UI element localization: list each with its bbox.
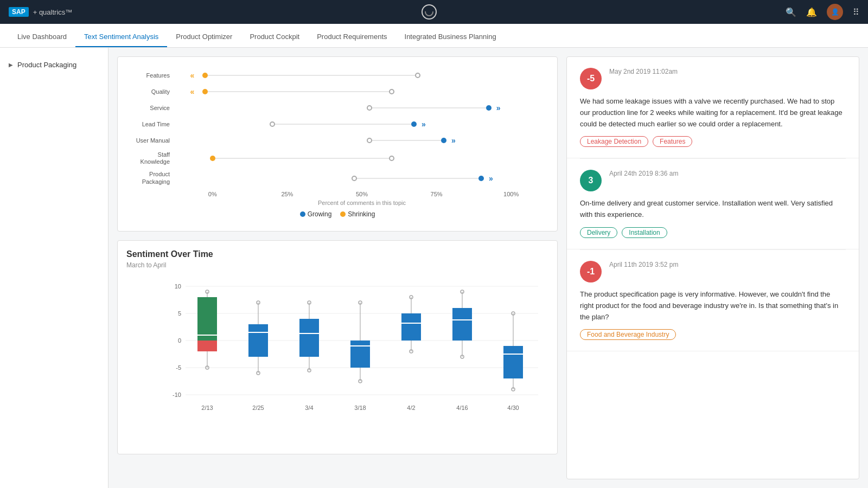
legend-dot-growing <box>300 211 305 217</box>
svg-text:5: 5 <box>178 310 181 317</box>
dot-plot-legend: Growing Shrinking <box>126 210 548 218</box>
review-header-1: -5 May 2nd 2019 11:02am <box>580 68 846 89</box>
svg-rect-12 <box>197 341 217 351</box>
tab-product-requirements[interactable]: Product Requirements <box>308 33 395 47</box>
dot-plot-xaxis: 0% 25% 50% 75% 100% <box>126 191 548 197</box>
sidebar-item-product-packaging[interactable]: ▶ Product Packaging <box>0 56 108 73</box>
review-text-1: We had some leakage issues with a valve … <box>580 96 846 130</box>
dot-plot-row-features: Features « <box>126 70 548 81</box>
dot-plot-row-quality: Quality « <box>126 86 548 97</box>
chevron-right-icon: ▶ <box>9 62 13 68</box>
svg-text:2/25: 2/25 <box>252 404 264 411</box>
xaxis-label-75: 75% <box>399 191 474 197</box>
xaxis-label-25: 25% <box>250 191 325 197</box>
topbar-center <box>422 4 437 20</box>
boxplot-wrapper: Sentiment Score 10 5 0 -5 <box>126 275 548 445</box>
dot-plot-label: Service <box>126 105 175 111</box>
review-tags-1: Leakage Detection Features <box>580 136 846 147</box>
score-badge-3: -1 <box>580 261 602 282</box>
topbar-right: 🔍 🔔 👤 ⠿ <box>786 4 859 20</box>
svg-rect-13 <box>197 297 217 341</box>
svg-rect-28 <box>350 341 370 368</box>
review-text-2: On-time delivery and great customer serv… <box>580 198 846 221</box>
sentiment-over-time-card: Sentiment Over Time March to April Senti… <box>117 240 558 454</box>
dot-plot-row-service: Service » <box>126 102 548 113</box>
notification-icon[interactable]: 🔔 <box>806 7 817 17</box>
xaxis-label-50: 50% <box>324 191 399 197</box>
topbar: SAP + qualtrics™ 🔍 🔔 👤 ⠿ <box>0 0 868 24</box>
svg-rect-18 <box>248 324 268 357</box>
review-header-2: 3 April 24th 2019 8:36 am <box>580 170 846 191</box>
tab-product-optimizer[interactable]: Product Optimizer <box>167 33 241 47</box>
topbar-left: SAP + qualtrics™ <box>9 7 72 17</box>
svg-rect-43 <box>503 346 523 378</box>
content-area: Features « Quality « <box>108 48 868 488</box>
review-text-3: The product specification page is very i… <box>580 289 846 323</box>
svg-text:4/16: 4/16 <box>456 404 468 411</box>
dot-plot-row-lead-time: Lead Time » <box>126 119 548 130</box>
review-tag-installation[interactable]: Installation <box>622 227 667 238</box>
reviews-panel: -5 May 2nd 2019 11:02am We had some leak… <box>566 56 859 479</box>
review-tag-features[interactable]: Features <box>653 136 692 147</box>
dot-plot-row-user-manual: User Manual » <box>126 135 548 146</box>
dot-plot-label: StaffKnowledge <box>126 151 175 165</box>
legend-label-shrinking: Shrinking <box>348 210 375 218</box>
dot-plot-track: » <box>175 135 548 146</box>
dot-plot-card: Features « Quality « <box>117 56 558 232</box>
legend-shrinking: Shrinking <box>340 210 375 218</box>
dot-plot-track: » <box>175 119 548 130</box>
review-date-2: April 24th 2019 8:36 am <box>609 170 678 177</box>
sidebar-item-label: Product Packaging <box>17 61 76 69</box>
xaxis-label-0: 0% <box>175 191 250 197</box>
svg-text:4/2: 4/2 <box>407 404 415 411</box>
xaxis-label-100: 100% <box>474 191 548 197</box>
review-tags-3: Food and Beverage Industry <box>580 329 846 340</box>
svg-text:0: 0 <box>178 337 181 344</box>
review-header-3: -1 April 11th 2019 3:52 pm <box>580 261 846 282</box>
legend-label-growing: Growing <box>308 210 332 218</box>
review-meta-2: April 24th 2019 8:36 am <box>609 170 678 181</box>
legend-dot-shrinking <box>340 211 346 217</box>
svg-text:-10: -10 <box>173 391 181 398</box>
dot-plot-label: ProductPackaging <box>126 171 175 185</box>
review-meta-3: April 11th 2019 3:52 pm <box>609 261 678 272</box>
main-layout: ▶ Product Packaging Features « <box>0 48 868 488</box>
dot-plot-row-staff-knowledge: StaffKnowledge <box>126 151 548 165</box>
dot-plot-track <box>175 153 548 164</box>
sot-title: Sentiment Over Time <box>126 249 548 259</box>
score-badge-2: 3 <box>580 170 602 191</box>
review-item-3: -1 April 11th 2019 3:52 pm The product s… <box>567 250 859 351</box>
review-item-1: -5 May 2nd 2019 11:02am We had some leak… <box>567 57 859 158</box>
svg-text:-5: -5 <box>176 364 181 371</box>
sidebar: ▶ Product Packaging <box>0 48 108 488</box>
score-badge-1: -5 <box>580 68 602 89</box>
apps-icon[interactable]: ⠿ <box>853 7 859 17</box>
tab-integrated-planning[interactable]: Integrated Business Planning <box>396 33 505 47</box>
dot-plot-track: » <box>175 173 548 184</box>
tab-text-sentiment[interactable]: Text Sentiment Analysis <box>75 33 167 47</box>
review-tag-food-beverage[interactable]: Food and Beverage Industry <box>580 329 676 340</box>
search-icon[interactable]: 🔍 <box>786 7 796 17</box>
dot-plot-xlabel: Percent of comments in this topic <box>126 200 548 206</box>
review-tag-delivery[interactable]: Delivery <box>580 227 617 238</box>
sap-logo: SAP <box>9 7 29 17</box>
dot-plot-label: User Manual <box>126 137 175 144</box>
qualtrics-label: + qualtrics™ <box>33 8 73 16</box>
tab-nav: Live Dashboard Text Sentiment Analysis P… <box>0 24 868 48</box>
sot-subtitle: March to April <box>126 261 548 269</box>
review-tags-2: Delivery Installation <box>580 227 846 238</box>
tab-live-dashboard[interactable]: Live Dashboard <box>9 33 75 47</box>
svg-rect-33 <box>401 313 421 341</box>
svg-rect-23 <box>299 319 319 357</box>
svg-rect-38 <box>452 308 472 341</box>
dot-plot-row-product-packaging: ProductPackaging » <box>126 171 548 185</box>
dot-plot-track: » <box>175 102 548 113</box>
review-tag-leakage[interactable]: Leakage Detection <box>580 136 648 147</box>
dot-plot-label: Lead Time <box>126 121 175 127</box>
tab-product-cockpit[interactable]: Product Cockpit <box>241 33 308 47</box>
dot-plot-label: Quality <box>126 88 175 95</box>
dot-plot-label: Features <box>126 72 175 79</box>
review-date-3: April 11th 2019 3:52 pm <box>609 261 678 268</box>
dot-plot-track: « <box>175 86 548 97</box>
avatar[interactable]: 👤 <box>827 4 843 20</box>
